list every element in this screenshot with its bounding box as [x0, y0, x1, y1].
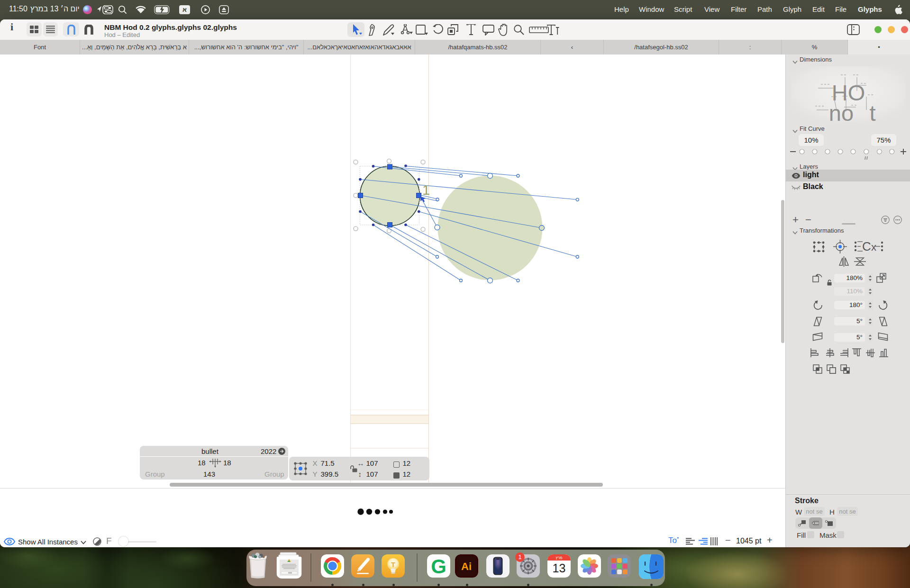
svg-text:C: C: [862, 240, 871, 253]
svg-text:t: t: [869, 100, 875, 122]
svg-text:מרץ: מרץ: [556, 556, 563, 560]
svg-text:G: G: [431, 555, 446, 578]
svg-text:T: T: [391, 561, 395, 569]
svg-text:Ai: Ai: [461, 561, 472, 572]
svg-text:x: x: [871, 241, 876, 253]
svg-text:13: 13: [553, 561, 566, 575]
svg-text:1: 1: [422, 182, 430, 198]
svg-text:no: no: [829, 100, 854, 122]
